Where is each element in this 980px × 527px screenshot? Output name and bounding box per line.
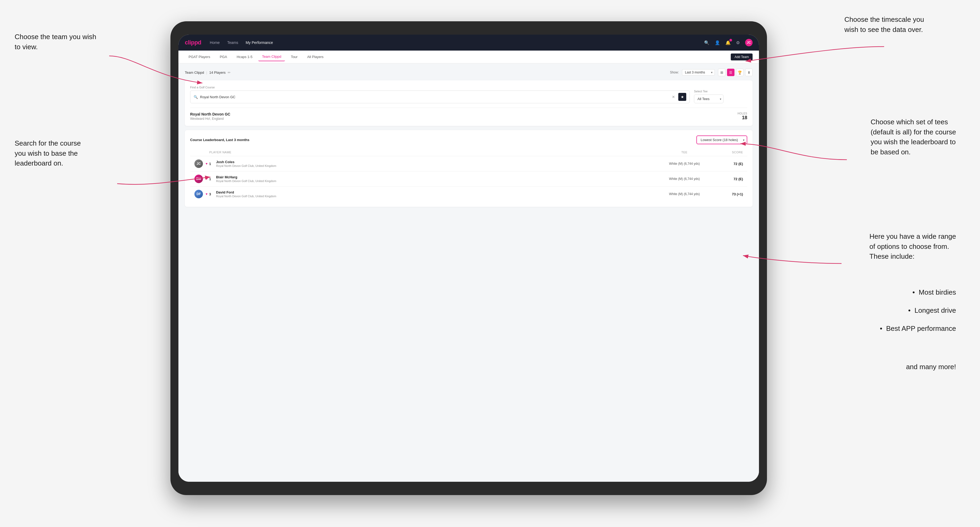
annotation-team: Choose the team you wish to view. [14, 32, 100, 52]
player-avatar-2: BM [194, 175, 203, 183]
course-search-field: Find a Golf Course 🔍 ✕ ★ [190, 86, 690, 103]
player-club-2: Royal North Devon Golf Club, United King… [216, 179, 658, 183]
leaderboard-table-header: PLAYER NAME TEE SCORE [190, 149, 747, 156]
grid-view-btn[interactable]: ⊞ [718, 69, 725, 76]
player-info-1: Josh Coles Royal North Devon Golf Club, … [216, 160, 658, 167]
player-initials-2: BM [194, 175, 203, 183]
team-title-row: Team Clippd | 14 Players ✏ [185, 71, 231, 75]
heart-icon-3[interactable]: ♥ [205, 192, 207, 196]
team-controls: Show: Last 3 months Last 6 months Last 1… [670, 69, 752, 76]
annotation-tees: Choose which set of tees(default is all)… [870, 117, 956, 157]
sub-navbar: PGAT Players PGA Hcaps 1-5 Team Clippd T… [178, 51, 759, 63]
app-nav-links: Home Teams My Performance [210, 40, 273, 45]
tee-dropdown-wrapper: All Tees White Tees Yellow Tees Red Tees [694, 94, 724, 103]
score-type-wrapper: Lowest Score (18 holes) Most Birdies Lon… [696, 135, 747, 144]
rank-1: 1 [209, 162, 213, 166]
leaderboard-row: JC ♥ 1 Josh Coles Royal North Devon Golf… [190, 156, 747, 171]
search-icon[interactable]: 🔍 [704, 40, 710, 45]
team-header: Team Clippd | 14 Players ✏ Show: Last 3 … [185, 69, 752, 76]
find-course-label: Find a Golf Course [190, 86, 690, 89]
tab-team-clippd[interactable]: Team Clippd [258, 52, 285, 61]
player-initials-1: JC [194, 159, 203, 168]
course-result-location: Westward Ho!, England [190, 117, 231, 121]
annotation-and-more: and many more! [906, 362, 956, 372]
tab-all-players[interactable]: All Players [303, 53, 327, 61]
download-btn[interactable]: ⬇ [745, 69, 752, 76]
player-club-1: Royal North Devon Golf Club, United King… [216, 164, 658, 167]
notification-icon[interactable]: 🔔 [725, 40, 731, 45]
settings-icon[interactable]: ⚙ [736, 40, 740, 45]
pipe-separator: | [206, 71, 207, 75]
col-score-header: SCORE [711, 151, 743, 154]
trophy-view-btn[interactable]: 🏆 [736, 69, 743, 76]
timescale-dropdown[interactable]: Last 3 months Last 6 months Last 12 mont… [682, 69, 715, 76]
course-search-row: Find a Golf Course 🔍 ✕ ★ Select Tee Al [190, 86, 747, 103]
player-tee-2: White (M) (6,744 yds) [658, 177, 711, 181]
player-name-1: Josh Coles [216, 160, 658, 164]
tee-select-field: Select Tee All Tees White Tees Yellow Te… [694, 90, 747, 103]
add-team-button[interactable]: Add Team [731, 54, 752, 60]
tab-pgat-players[interactable]: PGAT Players [185, 53, 214, 61]
nav-link-home[interactable]: Home [210, 40, 220, 45]
rank-3: 3 [209, 192, 213, 196]
player-tee-1: White (M) (6,744 yds) [658, 162, 711, 165]
annotation-bullet-3: • Best APP performance [880, 324, 956, 334]
course-search-input[interactable] [200, 95, 670, 99]
player-initials-3: DF [194, 190, 203, 198]
tablet-device: clippd Home Teams My Performance 🔍 👤 🔔 ⚙… [170, 21, 767, 495]
col-player-header: PLAYER NAME [209, 151, 658, 154]
annotation-timescale: Choose the timescale youwish to see the … [845, 14, 924, 35]
player-score-1: 72 (E) [711, 162, 743, 166]
annotation-team-text: Choose the team you wish to view. [14, 33, 96, 51]
player-info-3: David Ford Royal North Devon Golf Club, … [216, 190, 658, 198]
holes-value: 18 [738, 115, 747, 121]
list-view-btn[interactable]: ☰ [727, 69, 735, 76]
user-avatar[interactable]: JC [745, 39, 752, 46]
course-result-info: Royal North Devon GC Westward Ho!, Engla… [190, 112, 231, 121]
nav-link-teams[interactable]: Teams [227, 40, 238, 45]
search-icon-small: 🔍 [194, 95, 198, 99]
course-result-name: Royal North Devon GC [190, 112, 231, 116]
search-input-wrapper: 🔍 ✕ ★ [190, 90, 690, 103]
tablet-screen: clippd Home Teams My Performance 🔍 👤 🔔 ⚙… [178, 35, 759, 482]
leaderboard-header: Course Leaderboard, Last 3 months Lowest… [190, 135, 747, 144]
app-logo: clippd [185, 39, 201, 46]
clear-search-button[interactable]: ✕ [672, 95, 675, 99]
player-avatar-3: DF [194, 190, 203, 198]
course-search-card: Find a Golf Course 🔍 ✕ ★ Select Tee Al [185, 80, 752, 126]
favorite-button[interactable]: ★ [678, 93, 686, 101]
people-icon[interactable]: 👤 [715, 40, 720, 45]
player-name-2: Blair McHarg [216, 175, 658, 179]
annotation-options: Here you have a wide rangeof options to … [870, 232, 956, 262]
timescale-dropdown-wrapper: Last 3 months Last 6 months Last 12 mont… [682, 69, 715, 76]
nav-link-myperformance[interactable]: My Performance [245, 40, 273, 45]
tee-dropdown[interactable]: All Tees White Tees Yellow Tees Red Tees [694, 94, 724, 103]
score-type-dropdown[interactable]: Lowest Score (18 holes) Most Birdies Lon… [696, 135, 747, 144]
heart-icon-1[interactable]: ♥ [205, 162, 207, 165]
annotation-bullet-2: • Longest drive [908, 306, 956, 316]
tab-hcaps[interactable]: Hcaps 1-5 [233, 53, 256, 61]
main-content: Team Clippd | 14 Players ✏ Show: Last 3 … [178, 63, 759, 482]
leaderboard-row: DF ♥ 3 David Ford Royal North Devon Golf… [190, 187, 747, 202]
notification-badge [729, 39, 732, 41]
app-nav-right: 🔍 👤 🔔 ⚙ JC [704, 39, 752, 46]
view-icons: ⊞ ☰ 🏆 ⬇ [718, 69, 752, 76]
player-score-2: 72 (E) [711, 177, 743, 181]
holes-badge: Holes 18 [738, 112, 747, 121]
edit-icon[interactable]: ✏ [228, 71, 231, 75]
team-name: Team Clippd [185, 71, 204, 75]
heart-icon-2[interactable]: ♥ [205, 177, 207, 181]
annotation-bullet-1: • Most birdies [912, 287, 956, 298]
player-tee-3: White (M) (6,744 yds) [658, 192, 711, 196]
tab-tour[interactable]: Tour [287, 53, 301, 61]
player-avatar-1: JC [194, 159, 203, 168]
show-label: Show: [670, 71, 679, 74]
col-tee-header: TEE [658, 151, 711, 154]
leaderboard-title: Course Leaderboard, Last 3 months [190, 138, 250, 142]
player-score-3: 73 (+1) [711, 192, 743, 196]
select-tee-label: Select Tee [694, 90, 747, 93]
holes-label: Holes [738, 112, 747, 115]
player-club-3: Royal North Devon Golf Club, United King… [216, 195, 658, 198]
course-result-row: Royal North Devon GC Westward Ho!, Engla… [190, 108, 747, 121]
tab-pga[interactable]: PGA [216, 53, 231, 61]
